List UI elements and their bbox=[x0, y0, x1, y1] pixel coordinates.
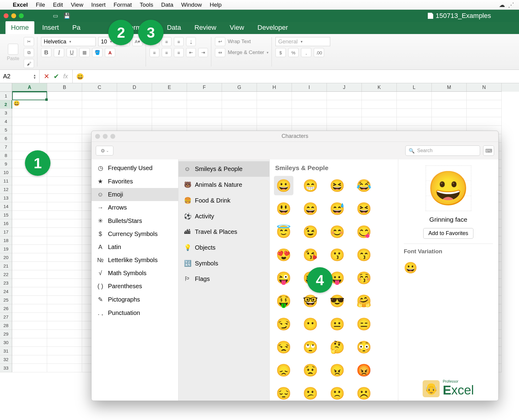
emoji-cell[interactable]: 😶 bbox=[301, 314, 320, 334]
cancel-entry-icon[interactable]: ✕ bbox=[44, 73, 49, 80]
row-header[interactable]: 22 bbox=[0, 270, 12, 279]
emoji-cell[interactable]: 😇 bbox=[274, 222, 293, 241]
cell[interactable] bbox=[292, 109, 327, 117]
category-item[interactable]: №Letterlike Symbols bbox=[92, 254, 178, 267]
column-header[interactable]: A bbox=[12, 83, 47, 92]
emoji-cell[interactable]: 😳 bbox=[354, 337, 374, 357]
cell[interactable] bbox=[467, 109, 502, 117]
cell[interactable] bbox=[467, 100, 502, 109]
cell[interactable] bbox=[12, 202, 47, 211]
row-header[interactable]: 17 bbox=[0, 228, 12, 236]
bold-button[interactable]: B bbox=[41, 48, 51, 57]
cell[interactable] bbox=[47, 202, 82, 211]
align-middle-icon[interactable]: ≡ bbox=[162, 37, 171, 46]
emoji-cell[interactable]: 😃 bbox=[274, 199, 293, 218]
category-item[interactable]: ◷Frequently Used bbox=[92, 161, 178, 175]
add-to-favorites-button[interactable]: Add to Favorites bbox=[423, 228, 473, 239]
cell[interactable] bbox=[117, 100, 152, 109]
row-header[interactable]: 10 bbox=[0, 168, 12, 177]
emoji-cell[interactable]: 😉 bbox=[301, 222, 320, 241]
column-header[interactable]: K bbox=[362, 83, 397, 92]
cell[interactable] bbox=[82, 109, 117, 117]
cell[interactable] bbox=[12, 219, 47, 228]
emoji-cell[interactable]: 🤑 bbox=[274, 291, 293, 311]
cell[interactable] bbox=[152, 100, 187, 109]
cell[interactable] bbox=[362, 109, 397, 117]
cell[interactable] bbox=[12, 313, 47, 321]
row-header[interactable]: 30 bbox=[0, 338, 12, 347]
cell[interactable] bbox=[117, 117, 152, 126]
cell[interactable] bbox=[12, 296, 47, 304]
cell[interactable] bbox=[152, 117, 187, 126]
cell[interactable] bbox=[12, 347, 47, 355]
cell[interactable] bbox=[47, 355, 82, 364]
subcategory-item[interactable]: 🏳Flags bbox=[178, 271, 269, 287]
tab-review[interactable]: Review bbox=[189, 21, 222, 34]
cell[interactable] bbox=[12, 330, 47, 338]
cell[interactable] bbox=[327, 109, 362, 117]
emoji-cell[interactable]: 😀 bbox=[274, 176, 293, 195]
cell[interactable] bbox=[257, 117, 292, 126]
cell[interactable] bbox=[47, 228, 82, 236]
emoji-cell[interactable]: 😄 bbox=[301, 199, 320, 218]
column-header[interactable]: M bbox=[432, 83, 467, 92]
align-right-icon[interactable]: ≡ bbox=[174, 48, 184, 57]
cell[interactable] bbox=[47, 100, 82, 109]
paste-button[interactable]: Paste bbox=[5, 43, 21, 62]
category-item[interactable]: ALatin bbox=[92, 241, 178, 254]
category-item[interactable]: ( )Parentheses bbox=[92, 280, 178, 293]
emoji-cell[interactable]: 😒 bbox=[274, 337, 293, 357]
row-header[interactable]: 19 bbox=[0, 245, 12, 253]
cell[interactable] bbox=[257, 109, 292, 117]
cell[interactable] bbox=[47, 262, 82, 270]
percent-format-icon[interactable]: % bbox=[288, 48, 299, 57]
cell[interactable] bbox=[397, 109, 432, 117]
minimize-window-button[interactable] bbox=[11, 13, 16, 18]
row-header[interactable]: 32 bbox=[0, 355, 12, 364]
cell[interactable] bbox=[47, 126, 82, 134]
cell[interactable] bbox=[432, 92, 467, 100]
row-header[interactable]: 5 bbox=[0, 126, 12, 134]
row-header[interactable]: 28 bbox=[0, 321, 12, 330]
cell[interactable] bbox=[47, 347, 82, 355]
category-item[interactable]: ☺Emoji bbox=[92, 188, 178, 201]
row-header[interactable]: 2 bbox=[0, 100, 12, 109]
wrap-text-icon[interactable]: ↩ bbox=[215, 37, 225, 46]
cell[interactable] bbox=[12, 338, 47, 347]
cell[interactable] bbox=[12, 364, 47, 372]
minimize-icon[interactable] bbox=[103, 134, 108, 139]
menu-view[interactable]: View bbox=[71, 2, 83, 8]
emoji-cell[interactable]: 🤓 bbox=[301, 291, 320, 311]
column-header[interactable]: F bbox=[187, 83, 222, 92]
cell[interactable] bbox=[12, 143, 47, 151]
column-header[interactable]: N bbox=[467, 83, 502, 92]
font-variation-glyph[interactable]: 😀 bbox=[404, 260, 493, 274]
category-item[interactable]: ✎Pictographs bbox=[92, 293, 178, 306]
column-header[interactable]: E bbox=[152, 83, 187, 92]
emoji-cell[interactable]: 😕 bbox=[301, 384, 320, 401]
cell[interactable] bbox=[12, 304, 47, 313]
cell[interactable] bbox=[47, 168, 82, 177]
cell[interactable] bbox=[47, 151, 82, 160]
cell[interactable] bbox=[47, 117, 82, 126]
cell[interactable] bbox=[12, 185, 47, 194]
confirm-entry-icon[interactable]: ✔ bbox=[54, 73, 59, 80]
cell[interactable] bbox=[292, 92, 327, 100]
row-header[interactable]: 25 bbox=[0, 296, 12, 304]
column-header[interactable]: H bbox=[257, 83, 292, 92]
row-header[interactable]: 12 bbox=[0, 185, 12, 194]
cell[interactable] bbox=[12, 279, 47, 287]
row-header[interactable]: 23 bbox=[0, 279, 12, 287]
subcategory-item[interactable]: ⚽Activity bbox=[178, 208, 269, 224]
cell[interactable] bbox=[12, 262, 47, 270]
cell[interactable] bbox=[12, 194, 47, 202]
menu-format[interactable]: Format bbox=[113, 2, 132, 8]
tab-data[interactable]: Data bbox=[161, 21, 186, 34]
emoji-cell[interactable]: 😆 bbox=[327, 176, 347, 195]
row-header[interactable]: 33 bbox=[0, 364, 12, 372]
cell[interactable] bbox=[47, 321, 82, 330]
category-item[interactable]: √Math Symbols bbox=[92, 267, 178, 280]
cell[interactable] bbox=[187, 92, 222, 100]
cell[interactable] bbox=[12, 355, 47, 364]
cell[interactable] bbox=[362, 92, 397, 100]
